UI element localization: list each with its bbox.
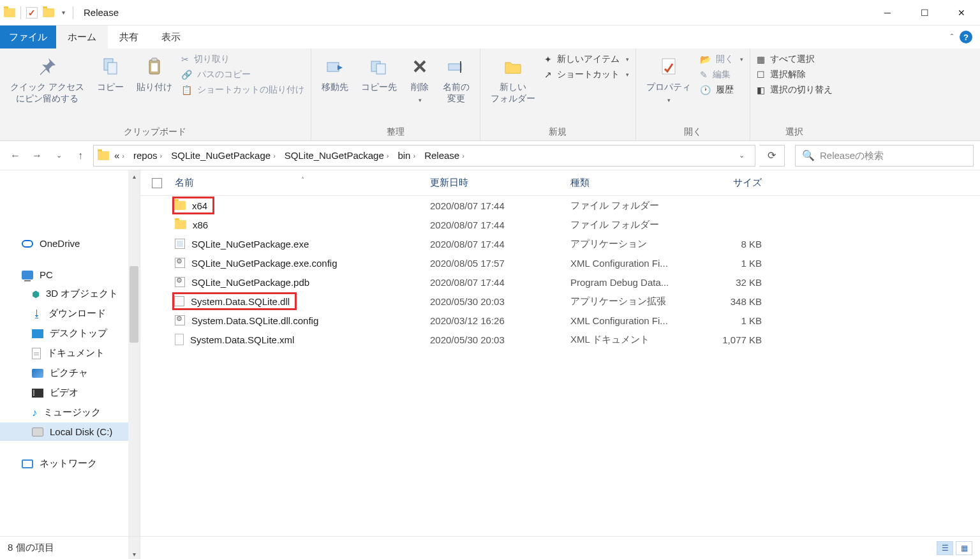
breadcrumb-seg[interactable]: Release›: [420, 150, 468, 161]
folder-icon: [175, 220, 186, 229]
qat-properties-icon[interactable]: ✓: [26, 7, 38, 19]
rename-button[interactable]: 名前の 変更: [439, 52, 473, 107]
path-icon: 🔗: [181, 70, 192, 80]
search-box[interactable]: 🔍: [795, 145, 974, 167]
copy-path-button[interactable]: 🔗 パスのコピー: [181, 69, 304, 80]
nav-local-disk-c[interactable]: Local Disk (C:): [0, 422, 140, 441]
breadcrumb-seg[interactable]: repos›: [130, 150, 166, 161]
column-date[interactable]: 更新日時: [430, 177, 570, 189]
pc-icon: [22, 271, 33, 280]
copy-to-button[interactable]: コピー先: [357, 52, 401, 96]
ribbon-tabs: ファイル ホーム 共有 表示 ˆ ?: [0, 26, 980, 48]
file-row[interactable]: SQLite_NuGetPackage.exe.config2020/08/05…: [140, 253, 980, 272]
file-size: 348 KB: [692, 296, 768, 307]
copy-label: コピー: [97, 82, 124, 93]
forward-button[interactable]: →: [28, 147, 46, 165]
breadcrumb-prefix[interactable]: « ›: [110, 150, 128, 161]
group-label-open: 開く: [642, 124, 743, 139]
scissors-icon: ✂: [181, 54, 189, 64]
breadcrumb-seg[interactable]: bin›: [394, 150, 419, 161]
window-title: Release: [77, 7, 119, 18]
file-row[interactable]: SQLite_NuGetPackage.exe2020/08/07 17:44ア…: [140, 234, 980, 253]
new-shortcut-button[interactable]: ↗ ショートカット ▾: [544, 69, 629, 80]
open-button[interactable]: 📂 開く ▾: [700, 54, 743, 65]
select-all-icon: ▦: [757, 54, 765, 64]
file-row[interactable]: System.Data.SQLite.xml2020/05/30 20:03XM…: [140, 330, 980, 349]
tab-share[interactable]: 共有: [108, 26, 150, 48]
paste-shortcut-button[interactable]: 📋 ショートカットの貼り付け: [181, 84, 304, 96]
properties-button[interactable]: プロパティ ▾: [642, 52, 695, 106]
tab-home[interactable]: ホーム: [56, 26, 108, 48]
new-item-button[interactable]: ✦ 新しいアイテム ▾: [544, 54, 629, 65]
tab-view[interactable]: 表示: [150, 26, 192, 48]
select-all-button[interactable]: ▦ すべて選択: [757, 54, 833, 65]
nav-onedrive[interactable]: OneDrive: [0, 234, 140, 253]
delete-button[interactable]: 削除 ▾: [406, 52, 434, 106]
maximize-button[interactable]: ☐: [906, 0, 943, 26]
breadcrumb-seg[interactable]: SQLite_NuGetPackage›: [281, 150, 393, 161]
qat-customize-chevron-icon[interactable]: ▾: [59, 9, 68, 16]
invert-selection-button[interactable]: ◧ 選択の切り替え: [757, 84, 833, 96]
chevron-down-icon: ▾: [740, 56, 743, 63]
column-headers[interactable]: ˄ 名前 更新日時 種類 サイズ: [140, 170, 980, 196]
close-button[interactable]: ✕: [943, 0, 980, 26]
edit-button[interactable]: ✎ 編集: [700, 69, 743, 80]
cut-button[interactable]: ✂ 切り取り: [181, 54, 304, 65]
ribbon-group-open: プロパティ ▾ 📂 開く ▾ ✎ 編集 🕐 履歴 開く: [636, 48, 750, 140]
pin-to-quick-access-button[interactable]: クイック アクセス にピン留めする: [6, 52, 88, 107]
nav-network[interactable]: ネットワーク: [0, 454, 140, 473]
history-button[interactable]: 🕐 履歴: [700, 84, 743, 96]
download-icon: ⭳: [32, 308, 42, 320]
move-to-button[interactable]: 移動先: [318, 52, 352, 96]
navigation-pane[interactable]: OneDrive PC ⬢3D オブジェクト ⭳ダウンロード デスクトップ ドキ…: [0, 170, 140, 559]
nav-pc[interactable]: PC: [0, 265, 140, 284]
search-input[interactable]: [820, 150, 967, 161]
file-row[interactable]: System.Data.SQLite.dll.config2020/03/12 …: [140, 311, 980, 330]
pin-icon: [37, 55, 57, 78]
network-icon: [22, 459, 33, 468]
address-dropdown-chevron-icon[interactable]: ⌄: [732, 151, 751, 160]
breadcrumb-seg[interactable]: SQLite_NuGetPackage›: [167, 150, 279, 161]
new-folder-button[interactable]: 新しい フォルダー: [487, 52, 539, 107]
file-size: 1,077 KB: [692, 334, 768, 345]
config-file-icon: [175, 277, 185, 287]
file-row[interactable]: SQLite_NuGetPackage.pdb2020/08/07 17:44P…: [140, 272, 980, 292]
help-icon[interactable]: ?: [960, 31, 972, 43]
ribbon-collapse-chevron-icon[interactable]: ˆ: [951, 33, 953, 42]
header-checkbox[interactable]: [152, 178, 175, 188]
tab-file[interactable]: ファイル: [0, 26, 56, 48]
view-details-button[interactable]: ☰: [937, 541, 953, 555]
column-size[interactable]: サイズ: [692, 177, 768, 189]
navpane-scrollbar[interactable]: ▴ ▾: [128, 170, 140, 559]
nav-music[interactable]: ♪ミュージック: [0, 403, 140, 422]
view-large-icons-button[interactable]: ▦: [956, 541, 972, 555]
refresh-button[interactable]: ⟳: [759, 145, 785, 167]
back-button[interactable]: ←: [6, 147, 24, 165]
file-row[interactable]: x862020/08/07 17:44ファイル フォルダー: [140, 215, 980, 234]
up-button[interactable]: ↑: [71, 147, 89, 165]
nav-downloads[interactable]: ⭳ダウンロード: [0, 304, 140, 324]
group-label-new: 新規: [487, 124, 629, 139]
file-date: 2020/03/12 16:26: [430, 315, 570, 326]
copy-button[interactable]: コピー: [93, 52, 128, 96]
nav-3d-objects[interactable]: ⬢3D オブジェクト: [0, 284, 140, 304]
file-rows: x642020/08/07 17:44ファイル フォルダーx862020/08/…: [140, 196, 980, 559]
select-none-button[interactable]: ☐ 選択解除: [757, 69, 833, 80]
file-row[interactable]: System.Data.SQLite.dll2020/05/30 20:03アプ…: [140, 292, 980, 311]
scroll-up-icon[interactable]: ▴: [128, 170, 140, 182]
address-bar[interactable]: « › repos› SQLite_NuGetPackage› SQLite_N…: [93, 145, 755, 167]
column-type[interactable]: 種類: [570, 177, 692, 189]
paste-icon: [144, 55, 165, 78]
nav-desktop[interactable]: デスクトップ: [0, 324, 140, 343]
minimize-button[interactable]: ─: [869, 0, 906, 26]
config-file-icon: [175, 258, 185, 268]
nav-documents[interactable]: ドキュメント: [0, 343, 140, 363]
scroll-thumb[interactable]: [130, 266, 138, 343]
file-date: 2020/08/07 17:44: [430, 239, 570, 250]
recent-locations-chevron-icon[interactable]: ⌄: [50, 147, 68, 165]
paste-button[interactable]: 貼り付け: [133, 52, 176, 96]
nav-videos[interactable]: ビデオ: [0, 383, 140, 403]
qat-newfolder-icon[interactable]: [43, 8, 54, 17]
file-row[interactable]: x642020/08/07 17:44ファイル フォルダー: [140, 196, 980, 215]
nav-pictures[interactable]: ピクチャ: [0, 363, 140, 383]
